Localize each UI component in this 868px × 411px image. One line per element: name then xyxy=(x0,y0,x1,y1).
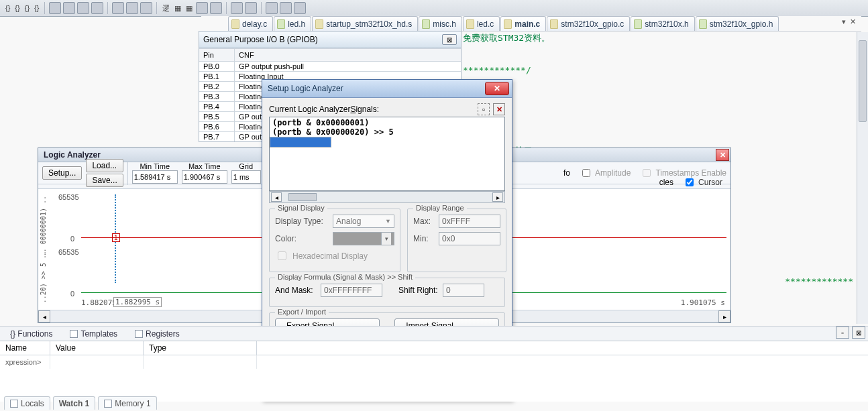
tab-close-icon[interactable]: ✕ xyxy=(850,17,856,26)
min-input[interactable]: 0x0 xyxy=(439,232,500,245)
toolbar-icon[interactable] xyxy=(294,2,306,14)
close-icon[interactable]: ⊠ xyxy=(852,327,865,339)
toolbar-icon[interactable] xyxy=(196,2,208,14)
file-icon xyxy=(231,19,239,29)
load-button[interactable]: Load... xyxy=(86,159,123,172)
file-icon xyxy=(277,19,285,29)
file-tab[interactable]: startup_stm32f10x_hd.s xyxy=(312,16,418,31)
editor-scrollbar[interactable] xyxy=(857,32,868,324)
file-icon xyxy=(699,19,707,29)
add-signal-icon[interactable]: ▫ xyxy=(478,103,490,115)
col-name: Name xyxy=(0,341,50,355)
close-icon[interactable]: ✕ xyxy=(716,149,729,161)
hex-check xyxy=(278,251,286,260)
toolbar-icon[interactable] xyxy=(49,2,61,14)
signal-row[interactable]: (portb & 0x00000020) >> 5 xyxy=(270,127,504,137)
color-select[interactable]: ▾ xyxy=(333,232,394,245)
locals-tab[interactable]: Locals xyxy=(4,396,50,410)
la-title: Logic Analyzer xyxy=(44,150,101,160)
main-toolbar: {}{}{}{} 逻▦▦ xyxy=(0,0,868,17)
signal-row-selected[interactable] xyxy=(270,137,331,148)
scroll-left-icon[interactable]: ◂ xyxy=(38,310,50,322)
file-icon xyxy=(422,19,430,29)
toolbar-icon[interactable] xyxy=(91,2,103,14)
list-hscroll[interactable]: ◂▸ xyxy=(269,191,505,203)
file-tab[interactable]: delay.c xyxy=(228,16,273,31)
toolbar-icon[interactable] xyxy=(126,2,138,14)
memory1-tab[interactable]: Memory 1 xyxy=(98,396,156,410)
col-value: Value xyxy=(50,341,144,355)
gpio-title: General Purpose I/O B (GPIOB) xyxy=(203,35,318,44)
code-line: ************* xyxy=(785,276,853,286)
close-icon[interactable]: ⊠ xyxy=(442,34,457,45)
display-type-select[interactable]: Analog▼ xyxy=(333,215,394,228)
gpio-row[interactable]: PB.0GP output push-pull xyxy=(199,61,461,71)
amplitude-check[interactable]: Amplitude xyxy=(580,167,631,179)
code-line: 免费获取STM32资料。 xyxy=(463,31,868,46)
file-icon xyxy=(550,19,558,29)
file-icon xyxy=(315,19,323,29)
dialog-title: Setup Logic Analyzer xyxy=(268,84,343,93)
bottom-tab-bar: {} Functions Templates Registers ◂ ▸ xyxy=(0,326,868,341)
col-cnf: CNF xyxy=(235,49,461,61)
file-tab[interactable]: misc.h xyxy=(419,16,462,31)
close-icon[interactable]: ✕ xyxy=(485,82,509,95)
file-tab[interactable]: stm32f10x_gpio.h xyxy=(696,16,779,31)
templates-tab[interactable]: Templates xyxy=(64,327,123,341)
max-input[interactable]: 0xFFFF xyxy=(439,215,500,228)
mintime-label: Min Time xyxy=(133,162,177,170)
scroll-right-icon[interactable]: ▸ xyxy=(718,310,730,322)
toolbar-icon[interactable] xyxy=(140,2,152,14)
file-tab[interactable]: led.h xyxy=(274,16,311,31)
toolbar-icon[interactable] xyxy=(245,2,257,14)
toolbar-icon[interactable] xyxy=(63,2,75,14)
grid-label: Grid xyxy=(233,162,260,170)
col-pin: Pin xyxy=(199,49,235,61)
fo-label: fo xyxy=(563,168,570,178)
toolbar-icon[interactable] xyxy=(77,2,89,14)
registers-tab[interactable]: Registers xyxy=(129,327,186,341)
code-line: ************/ xyxy=(463,63,868,78)
file-tab[interactable]: stm32f10x_gpio.c xyxy=(547,16,630,31)
toolbar-icon[interactable] xyxy=(280,2,292,14)
file-tab-bar: delay.cled.hstartup_stm32f10x_hd.smisc.h… xyxy=(201,16,861,32)
toolbar-icon[interactable] xyxy=(112,2,124,14)
file-icon xyxy=(504,19,512,29)
toolbar-icon[interactable] xyxy=(231,2,243,14)
shift-input[interactable]: 0 xyxy=(443,284,484,297)
watch1-tab[interactable]: Watch 1 xyxy=(53,396,96,410)
delete-signal-icon[interactable]: ✕ xyxy=(493,103,505,115)
maxtime-label: Max Time xyxy=(182,162,227,170)
file-icon xyxy=(466,19,474,29)
signals-list[interactable]: (portb & 0x00000001)(portb & 0x00000020)… xyxy=(269,117,505,191)
setup-button[interactable]: Setup... xyxy=(42,166,82,180)
tab-menu-icon[interactable]: ▾ xyxy=(842,17,846,26)
pin-icon[interactable]: ▫ xyxy=(836,327,849,339)
signal-row[interactable]: (portb & 0x00000001) xyxy=(270,118,504,127)
cles-label: cles xyxy=(659,178,673,187)
file-tab[interactable]: led.c xyxy=(463,16,500,31)
expression-row[interactable]: xpression> xyxy=(0,355,50,369)
file-tab[interactable]: stm32f10x.h xyxy=(631,16,694,31)
col-type: Type xyxy=(144,341,257,355)
toolbar-icon[interactable] xyxy=(210,2,222,14)
file-icon xyxy=(634,19,642,29)
functions-tab[interactable]: {} Functions xyxy=(4,327,58,341)
watch-panel: ▫ ⊠ Name Value Type xpression> xyxy=(0,341,868,402)
cursor-check[interactable]: Cursor xyxy=(683,176,722,188)
toolbar-icon[interactable] xyxy=(266,2,278,14)
file-tab[interactable]: main.c xyxy=(500,16,546,31)
mask-input[interactable]: 0xFFFFFFFF xyxy=(321,284,382,297)
